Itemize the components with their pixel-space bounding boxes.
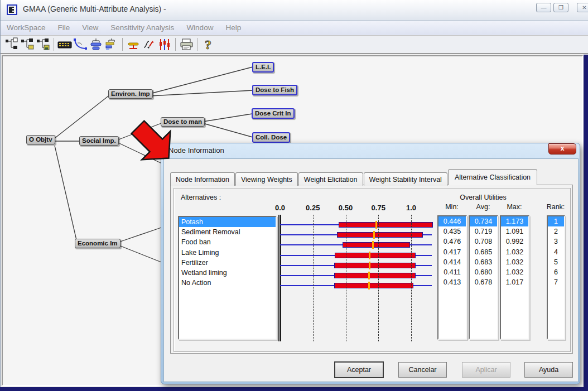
max-value-6: 1.017 <box>501 277 528 287</box>
average-marker-2 <box>372 241 374 249</box>
avg-value-3: 0.685 <box>470 247 497 257</box>
avg-value-1: 0.719 <box>470 226 497 236</box>
average-marker-4 <box>369 262 370 269</box>
x-tick-label-0.0: 0.0 <box>268 204 292 212</box>
cancelar-button[interactable]: Cancelar <box>398 362 447 378</box>
rank-value-3: 4 <box>548 247 564 257</box>
max-value-2: 0.992 <box>501 236 528 247</box>
toolbar-icon-alternative-ranking[interactable] <box>104 37 119 52</box>
tree-node-economic[interactable]: Economic Im <box>75 239 121 248</box>
chart-axis-zero <box>278 215 279 341</box>
close-window-button[interactable]: ✕ <box>577 3 588 12</box>
toolbar-icon-open-tree[interactable] <box>20 37 35 52</box>
menu-item-window[interactable]: Window <box>180 21 219 32</box>
tree-node-dose-fish[interactable]: Dose to Fish <box>252 85 297 95</box>
tree-node-social[interactable]: Social Imp. <box>79 136 119 146</box>
rank-column-header: Rank: <box>540 203 571 211</box>
menu-item-workspace[interactable]: WorkSpace <box>1 21 52 32</box>
toolbar-icon-utility-intervals[interactable] <box>157 37 172 52</box>
window-title: GMAA (Generic Multi-Attribute Analysis) … <box>23 4 166 13</box>
utility-range-bar-1 <box>337 232 423 238</box>
rank-value-2: 3 <box>548 236 564 247</box>
min-value-4: 0.414 <box>438 257 466 267</box>
list-item-fertilizer[interactable]: Fertilizer <box>179 258 276 268</box>
min-value-0: 0.446 <box>438 216 466 226</box>
average-marker-1 <box>373 231 375 239</box>
menu-bar: WorkSpaceFileViewSensitivity AnalysisWin… <box>1 21 588 36</box>
average-marker-3 <box>369 252 370 259</box>
avg-value-2: 0.708 <box>470 236 497 247</box>
rank-value-5: 6 <box>548 267 564 277</box>
toolbar-icon-viewing-weights[interactable] <box>89 37 104 52</box>
min-value-2: 0.476 <box>438 236 466 247</box>
menu-item-file[interactable]: File <box>52 21 76 32</box>
tree-node-lei[interactable]: L.E.I. <box>252 62 274 73</box>
toolbar-icon-attribute-balance[interactable] <box>126 37 141 52</box>
tree-node-dose-crit[interactable]: Dose Crit In <box>252 108 295 119</box>
tree-node-objtv[interactable]: O Objtv <box>26 135 55 144</box>
x-tick-label-1.0: 1.0 <box>399 204 423 212</box>
minimize-button[interactable]: — <box>536 3 551 12</box>
menu-item-help[interactable]: Help <box>219 21 247 32</box>
grid-line-0.5 <box>346 215 346 341</box>
toolbar-icon-print[interactable] <box>179 37 194 52</box>
avg-value-6: 0.678 <box>470 277 497 287</box>
alternatives-listbox[interactable]: PotashSediment RemovalFood banLake Limin… <box>178 216 277 340</box>
screenshot-root: GMAA (Generic Multi-Attribute Analysis) … <box>0 0 588 391</box>
avg-value-4: 0.683 <box>470 257 497 267</box>
avg-column-header: Avg: <box>467 203 499 211</box>
list-item-food-ban[interactable]: Food ban <box>179 237 276 247</box>
x-tick-label-0.50: 0.50 <box>334 204 358 212</box>
max-column-header: Max: <box>499 203 530 211</box>
dialog-close-button[interactable]: x <box>548 143 576 155</box>
utility-range-bar-0 <box>339 222 433 228</box>
toolbar-icon-sensitivity-analysis[interactable] <box>142 37 157 52</box>
tree-node-environ[interactable]: Environ. Imp <box>108 89 153 99</box>
aplicar-button: Aplicar <box>462 362 510 378</box>
avg-value-column: 0.7340.7190.7080.6850.6830.6800.678 <box>469 215 498 340</box>
min-value-5: 0.411 <box>438 267 466 277</box>
max-value-4: 1.032 <box>501 257 528 267</box>
min-value-1: 0.435 <box>438 226 466 236</box>
tree-node-coll-dose[interactable]: Coll. Dose <box>252 132 290 143</box>
average-marker-0 <box>375 221 377 229</box>
list-item-wetland-liming[interactable]: Wetland liming <box>179 268 276 278</box>
toolbar-icon-new-tree[interactable] <box>4 37 20 52</box>
dialog-title: Node Information <box>168 146 224 155</box>
rank-value-4: 5 <box>548 257 564 267</box>
min-value-3: 0.417 <box>438 247 466 257</box>
list-item-potash[interactable]: Potash <box>179 217 276 227</box>
max-value-column: 1.1731.0910.9921.0321.0321.0321.017 <box>500 215 529 340</box>
overall-utilities-label: Overall Utilities <box>444 194 522 201</box>
list-item-sediment-removal[interactable]: Sediment Removal <box>179 227 276 237</box>
maximize-button[interactable]: ❐ <box>553 3 568 12</box>
grid-line-0.25 <box>313 215 314 341</box>
tab-content: Alternatives : PotashSediment RemovalFoo… <box>164 159 579 383</box>
toolbar-icon-save-tree[interactable] <box>36 37 51 52</box>
ayuda-button[interactable]: Ayuda <box>524 362 573 378</box>
max-value-1: 1.091 <box>501 226 528 236</box>
menu-item-sensitivity-analysis[interactable]: Sensitivity Analysis <box>104 21 180 32</box>
app-icon <box>7 4 17 15</box>
toolbar-icon-help[interactable]: ? <box>201 37 216 52</box>
backdrop-strip <box>584 55 588 391</box>
toolbar-icon-decision-table[interactable] <box>57 37 73 52</box>
rank-value-0: 1 <box>548 216 564 226</box>
tree-node-dose-man[interactable]: Dose to man <box>161 117 205 127</box>
list-item-lake-liming[interactable]: Lake Liming <box>179 248 276 258</box>
aceptar-button[interactable]: Aceptar <box>335 362 383 378</box>
list-item-no-action[interactable]: No Action <box>179 278 276 288</box>
grid-line-1 <box>411 215 412 341</box>
toolbar-separator <box>54 38 54 51</box>
rank-value-1: 2 <box>548 226 564 236</box>
x-tick-label-0.25: 0.25 <box>301 204 325 212</box>
toolbar-icon-utility-curve[interactable] <box>73 37 88 52</box>
alternatives-label: Alternatives : <box>181 194 221 201</box>
dialog-client-area: Node InformationViewing WeightsWeight El… <box>163 158 579 382</box>
utility-range-bar-4 <box>334 263 415 268</box>
average-marker-5 <box>368 272 370 279</box>
utility-range-bar-3 <box>335 253 416 258</box>
average-marker-6 <box>368 282 370 289</box>
toolbar-separator <box>197 38 197 51</box>
menu-item-view[interactable]: View <box>76 21 104 32</box>
